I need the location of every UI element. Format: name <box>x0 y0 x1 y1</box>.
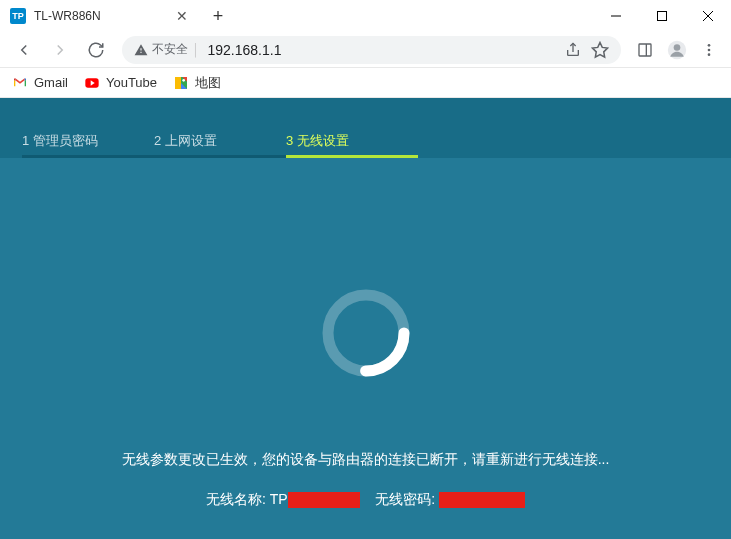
svg-point-12 <box>182 79 185 82</box>
ssid-label: 无线名称: <box>206 491 266 507</box>
security-divider: │ <box>192 43 200 57</box>
router-page: 1 管理员密码 2 上网设置 3 无线设置 无线参数更改已生效，您的设备与路由器… <box>0 98 731 539</box>
ssid-redacted <box>288 492 360 508</box>
svg-point-7 <box>674 44 681 51</box>
gmail-icon <box>12 75 28 91</box>
security-label: 不安全 <box>152 41 188 58</box>
bookmark-youtube[interactable]: YouTube <box>84 75 157 91</box>
forward-button[interactable] <box>44 34 76 66</box>
bookmark-star-icon[interactable] <box>591 41 609 59</box>
titlebar: TP TL-WR886N ✕ + <box>0 0 731 32</box>
bookmark-gmail[interactable]: Gmail <box>12 75 68 91</box>
tab-favicon: TP <box>10 8 26 24</box>
warning-icon <box>134 43 148 57</box>
bookmark-label: YouTube <box>106 75 157 90</box>
new-tab-button[interactable]: + <box>204 2 232 30</box>
url-text: 192.168.1.1 <box>208 42 558 58</box>
step-admin-password[interactable]: 1 管理员密码 <box>22 98 154 158</box>
svg-rect-1 <box>658 12 667 21</box>
maps-icon <box>173 75 189 91</box>
url-field[interactable]: 不安全 │ 192.168.1.1 <box>122 36 621 64</box>
svg-point-9 <box>708 48 711 51</box>
security-indicator[interactable]: 不安全 │ <box>134 41 200 58</box>
step-wan-settings[interactable]: 2 上网设置 <box>154 98 286 158</box>
loading-spinner <box>316 283 416 383</box>
minimize-button[interactable] <box>593 0 639 32</box>
reload-button[interactable] <box>80 34 112 66</box>
password-redacted <box>439 492 525 508</box>
tab-close-button[interactable]: ✕ <box>174 8 190 24</box>
maximize-button[interactable] <box>639 0 685 32</box>
tab-title: TL-WR886N <box>34 9 166 23</box>
bookmark-label: Gmail <box>34 75 68 90</box>
bookmark-label: 地图 <box>195 74 221 92</box>
share-icon[interactable] <box>565 42 581 58</box>
menu-button[interactable] <box>695 36 723 64</box>
svg-point-10 <box>708 53 711 56</box>
back-button[interactable] <box>8 34 40 66</box>
close-window-button[interactable] <box>685 0 731 32</box>
password-label: 无线密码: <box>375 491 435 507</box>
profile-button[interactable] <box>663 36 691 64</box>
credentials-line: 无线名称: TP 无线密码: <box>0 491 731 509</box>
ssid-value-prefix: TP <box>270 491 288 507</box>
bookmark-maps[interactable]: 地图 <box>173 74 221 92</box>
address-bar: 不安全 │ 192.168.1.1 <box>0 32 731 68</box>
content-area: 无线参数更改已生效，您的设备与路由器的连接已断开，请重新进行无线连接... 无线… <box>0 158 731 539</box>
step-wireless-settings[interactable]: 3 无线设置 <box>286 98 418 158</box>
browser-tab[interactable]: TP TL-WR886N ✕ <box>0 0 200 32</box>
status-message: 无线参数更改已生效，您的设备与路由器的连接已断开，请重新进行无线连接... <box>0 451 731 469</box>
wizard-steps: 1 管理员密码 2 上网设置 3 无线设置 <box>0 98 731 158</box>
bookmarks-bar: Gmail YouTube 地图 <box>0 68 731 98</box>
window-controls <box>593 0 731 32</box>
svg-point-8 <box>708 44 711 47</box>
side-panel-button[interactable] <box>631 36 659 64</box>
svg-rect-4 <box>639 44 651 56</box>
youtube-icon <box>84 75 100 91</box>
